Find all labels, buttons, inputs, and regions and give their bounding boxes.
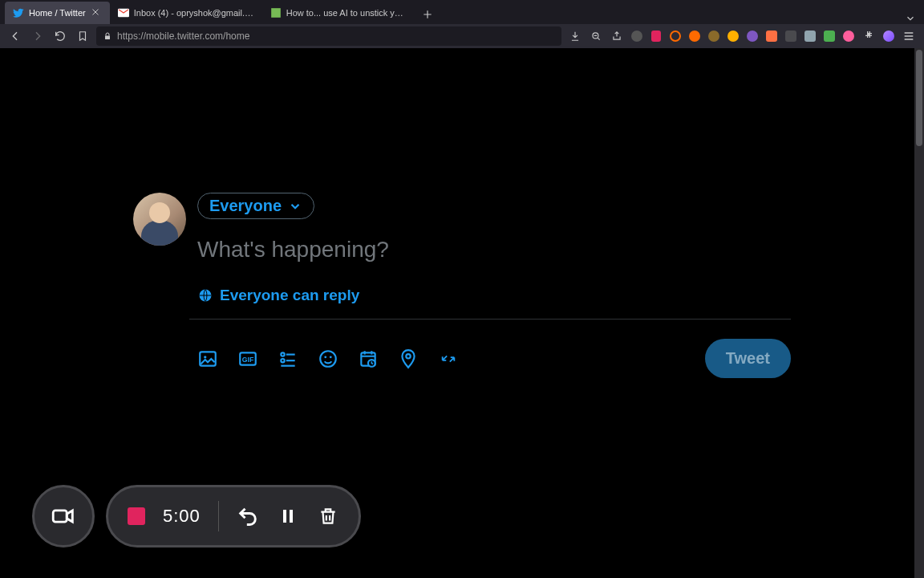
schedule-icon[interactable] <box>358 348 379 369</box>
delete-button[interactable] <box>317 505 339 527</box>
screen-recorder: 5:00 <box>32 485 361 547</box>
download-icon[interactable] <box>566 27 584 45</box>
page-icon <box>270 7 282 18</box>
close-icon[interactable] <box>91 7 102 18</box>
svg-rect-17 <box>53 511 67 522</box>
tab-twitter[interactable]: Home / Twitter <box>5 2 110 24</box>
emoji-icon[interactable] <box>318 348 338 369</box>
svg-point-9 <box>281 352 284 356</box>
camera-toggle[interactable] <box>32 485 95 547</box>
scrollbar[interactable] <box>914 48 924 578</box>
tab-label: How to... use AI to unstick yourself <box>286 8 407 18</box>
extension-icon[interactable] <box>687 28 703 44</box>
back-button[interactable] <box>6 27 24 45</box>
extension-icon[interactable] <box>629 28 645 44</box>
media-icon[interactable] <box>197 348 218 369</box>
location-icon[interactable] <box>398 348 419 369</box>
tab-label: Inbox (4) - opryshok@gmail.com - G <box>134 8 254 18</box>
separator <box>218 501 219 531</box>
zoom-icon[interactable] <box>587 27 605 45</box>
extension-icon[interactable] <box>725 28 741 44</box>
tab-article[interactable]: How to... use AI to unstick yourself <box>262 2 415 24</box>
svg-point-13 <box>330 356 332 358</box>
extension-icon[interactable] <box>744 28 760 44</box>
svg-text:GIF: GIF <box>242 356 253 364</box>
svg-rect-18 <box>283 510 286 523</box>
reply-label: Everyone can reply <box>220 287 359 304</box>
lock-icon <box>103 31 112 41</box>
tab-strip: Home / Twitter Inbox (4) - opryshok@gmai… <box>0 0 924 24</box>
globe-icon <box>197 287 213 303</box>
gif-icon[interactable]: GIF <box>237 348 258 369</box>
extension-icon[interactable] <box>706 28 722 44</box>
extension-icon[interactable] <box>648 28 664 44</box>
svg-rect-1 <box>271 8 281 18</box>
extension-icon[interactable] <box>783 28 799 44</box>
svg-point-12 <box>324 356 326 358</box>
page-content: Everyone What's happening? Everyone can … <box>0 48 924 578</box>
svg-point-16 <box>406 354 410 358</box>
extension-icon[interactable] <box>821 28 837 44</box>
svg-point-11 <box>320 351 336 367</box>
svg-point-10 <box>281 359 284 362</box>
profile-avatar[interactable] <box>881 28 897 44</box>
menu-button[interactable] <box>900 27 918 45</box>
svg-point-6 <box>204 356 206 358</box>
pause-button[interactable] <box>277 505 299 527</box>
extension-icon[interactable] <box>667 28 683 44</box>
recorder-bar: 5:00 <box>106 485 361 547</box>
extension-icon[interactable] <box>802 28 818 44</box>
url-bar[interactable]: https://mobile.twitter.com/home <box>96 26 561 46</box>
avatar[interactable] <box>133 193 186 246</box>
forward-button[interactable] <box>29 27 47 45</box>
svg-rect-2 <box>105 36 110 40</box>
extension-icon[interactable] <box>841 28 857 44</box>
chevron-down-icon <box>288 199 302 214</box>
new-tab-button[interactable] <box>418 5 437 24</box>
gmail-icon <box>118 7 129 18</box>
audience-selector[interactable]: Everyone <box>197 193 314 219</box>
compose-toolbar: GIF <box>197 320 791 378</box>
bookmark-button[interactable] <box>74 27 91 45</box>
extension-icons <box>566 27 918 45</box>
browser-toolbar: https://mobile.twitter.com/home <box>0 24 924 48</box>
compose-input[interactable]: What's happening? <box>197 237 791 263</box>
extensions-button[interactable] <box>860 27 877 45</box>
record-indicator[interactable] <box>128 507 145 525</box>
reply-settings[interactable]: Everyone can reply <box>197 287 791 319</box>
chevron-down-icon[interactable] <box>905 13 916 24</box>
poll-icon[interactable] <box>278 348 298 369</box>
url-text: https://mobile.twitter.com/home <box>117 31 249 42</box>
tab-label: Home / Twitter <box>29 8 86 18</box>
twitter-icon <box>13 7 24 18</box>
browser-chrome: Home / Twitter Inbox (4) - opryshok@gmai… <box>0 0 924 48</box>
audience-label: Everyone <box>209 197 282 215</box>
undo-button[interactable] <box>237 505 259 527</box>
reload-button[interactable] <box>51 27 69 45</box>
tweet-button[interactable]: Tweet <box>705 339 791 378</box>
extension-icon[interactable] <box>764 28 780 44</box>
share-icon[interactable] <box>608 27 626 45</box>
recorder-time: 5:00 <box>163 506 201 527</box>
tab-gmail[interactable]: Inbox (4) - opryshok@gmail.com - G <box>110 2 262 24</box>
collapse-icon[interactable] <box>438 348 459 369</box>
svg-rect-19 <box>290 510 293 523</box>
